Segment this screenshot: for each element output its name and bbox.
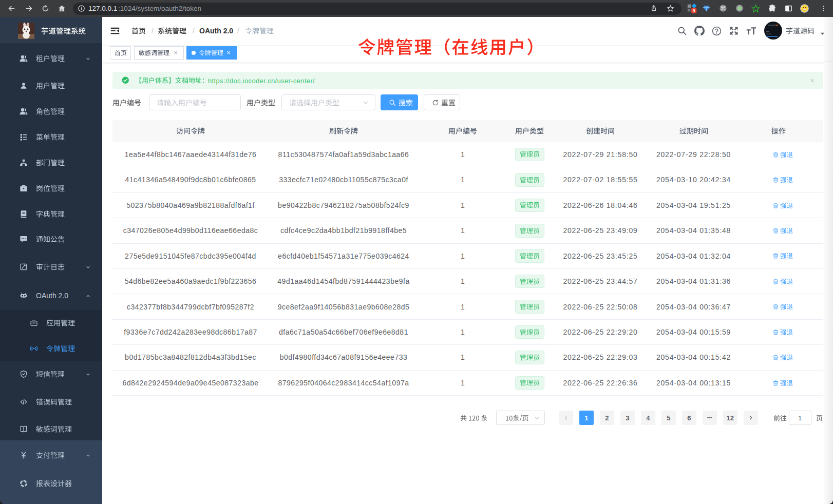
- svg-text:9: 9: [693, 8, 695, 13]
